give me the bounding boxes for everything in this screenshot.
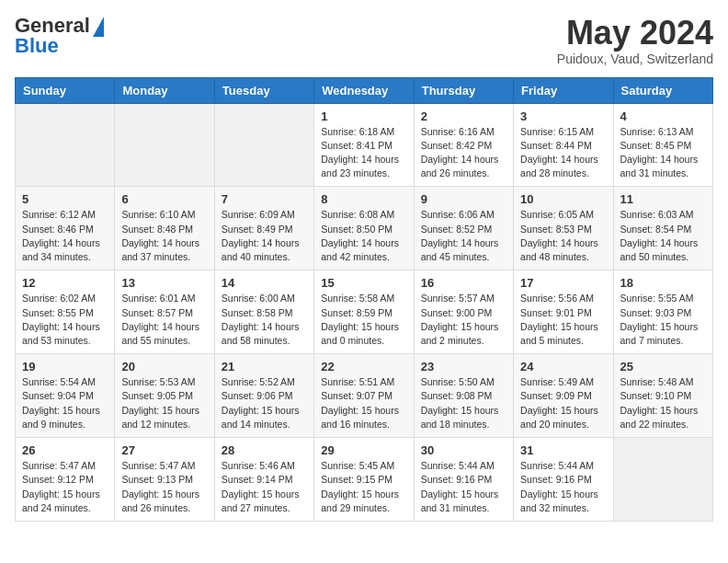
day-info: Sunrise: 5:44 AMSunset: 9:16 PMDaylight:…	[520, 459, 606, 515]
sunrise-text: Sunrise: 6:09 AM	[222, 209, 295, 220]
day-number: 31	[520, 443, 606, 457]
sunset-text: Sunset: 8:49 PM	[222, 224, 293, 235]
column-header-monday: Monday	[115, 77, 214, 103]
sunset-text: Sunset: 9:13 PM	[121, 474, 193, 485]
sunrise-text: Sunrise: 5:44 AM	[520, 460, 594, 471]
day-cell: 18Sunrise: 5:55 AMSunset: 9:03 PMDayligh…	[613, 270, 712, 354]
day-number: 28	[222, 443, 307, 457]
daylight-text: Daylight: 14 hours and 28 minutes.	[520, 154, 598, 178]
sunrise-text: Sunrise: 5:54 AM	[22, 376, 96, 387]
sunrise-text: Sunrise: 6:01 AM	[121, 293, 195, 304]
day-cell: 25Sunrise: 5:48 AMSunset: 9:10 PMDayligh…	[613, 354, 712, 438]
day-number: 26	[22, 443, 108, 457]
logo: General Blue	[15, 15, 104, 57]
day-cell: 1Sunrise: 6:18 AMSunset: 8:41 PMDaylight…	[314, 103, 414, 187]
sunset-text: Sunset: 9:03 PM	[620, 307, 692, 318]
day-info: Sunrise: 6:02 AMSunset: 8:55 PMDaylight:…	[22, 292, 108, 348]
daylight-text: Daylight: 14 hours and 42 minutes.	[321, 237, 399, 262]
sunrise-text: Sunrise: 6:12 AM	[22, 209, 96, 220]
day-info: Sunrise: 6:16 AMSunset: 8:42 PMDaylight:…	[421, 125, 506, 181]
sunset-text: Sunset: 8:54 PM	[620, 224, 692, 235]
day-cell: 2Sunrise: 6:16 AMSunset: 8:42 PMDaylight…	[414, 103, 513, 187]
sunrise-text: Sunrise: 5:51 AM	[321, 376, 394, 387]
daylight-text: Daylight: 15 hours and 12 minutes.	[121, 405, 199, 430]
day-info: Sunrise: 5:56 AMSunset: 9:01 PMDaylight:…	[520, 292, 606, 348]
sunrise-text: Sunrise: 5:48 AM	[620, 376, 694, 387]
day-info: Sunrise: 5:53 AMSunset: 9:05 PMDaylight:…	[121, 375, 207, 431]
day-number: 27	[121, 443, 207, 457]
day-number: 18	[620, 276, 706, 290]
day-cell: 23Sunrise: 5:50 AMSunset: 9:08 PMDayligh…	[414, 354, 513, 438]
sunset-text: Sunset: 8:46 PM	[22, 224, 94, 235]
sunset-text: Sunset: 8:52 PM	[421, 224, 493, 235]
week-row-2: 5Sunrise: 6:12 AMSunset: 8:46 PMDaylight…	[16, 187, 713, 270]
day-cell: 14Sunrise: 6:00 AMSunset: 8:58 PMDayligh…	[214, 270, 313, 354]
daylight-text: Daylight: 14 hours and 58 minutes.	[222, 321, 300, 346]
daylight-text: Daylight: 14 hours and 37 minutes.	[121, 237, 199, 262]
day-number: 1	[321, 109, 406, 123]
day-cell: 21Sunrise: 5:52 AMSunset: 9:06 PMDayligh…	[214, 354, 313, 438]
sunset-text: Sunset: 8:44 PM	[520, 140, 592, 151]
daylight-text: Daylight: 15 hours and 22 minutes.	[620, 405, 699, 430]
day-number: 22	[321, 360, 406, 373]
daylight-text: Daylight: 15 hours and 5 minutes.	[520, 321, 598, 346]
daylight-text: Daylight: 15 hours and 27 minutes.	[222, 488, 300, 513]
day-cell: 26Sunrise: 5:47 AMSunset: 9:12 PMDayligh…	[16, 438, 115, 522]
daylight-text: Daylight: 15 hours and 24 minutes.	[22, 488, 100, 513]
day-info: Sunrise: 5:48 AMSunset: 9:10 PMDaylight:…	[620, 375, 706, 431]
month-title: May 2024	[557, 15, 713, 52]
sunset-text: Sunset: 9:14 PM	[222, 474, 293, 485]
daylight-text: Daylight: 15 hours and 7 minutes.	[620, 321, 699, 346]
day-number: 17	[520, 276, 606, 290]
sunset-text: Sunset: 8:58 PM	[222, 307, 293, 318]
column-header-saturday: Saturday	[613, 77, 712, 103]
week-row-4: 19Sunrise: 5:54 AMSunset: 9:04 PMDayligh…	[16, 354, 713, 438]
day-info: Sunrise: 6:10 AMSunset: 8:48 PMDaylight:…	[121, 208, 207, 264]
day-number: 11	[620, 192, 706, 206]
sunrise-text: Sunrise: 5:46 AM	[222, 460, 295, 471]
sunset-text: Sunset: 9:04 PM	[22, 390, 94, 401]
day-number: 7	[222, 192, 307, 206]
day-info: Sunrise: 6:03 AMSunset: 8:54 PMDaylight:…	[620, 208, 706, 264]
day-cell: 16Sunrise: 5:57 AMSunset: 9:00 PMDayligh…	[414, 270, 513, 354]
daylight-text: Daylight: 14 hours and 26 minutes.	[421, 154, 499, 178]
daylight-text: Daylight: 15 hours and 2 minutes.	[421, 321, 499, 346]
week-row-5: 26Sunrise: 5:47 AMSunset: 9:12 PMDayligh…	[16, 438, 713, 522]
column-header-tuesday: Tuesday	[214, 77, 313, 103]
day-cell: 4Sunrise: 6:13 AMSunset: 8:45 PMDaylight…	[613, 103, 712, 187]
week-row-1: 1Sunrise: 6:18 AMSunset: 8:41 PMDaylight…	[16, 103, 713, 187]
day-cell: 22Sunrise: 5:51 AMSunset: 9:07 PMDayligh…	[314, 354, 414, 438]
sunset-text: Sunset: 9:15 PM	[321, 474, 392, 485]
week-row-3: 12Sunrise: 6:02 AMSunset: 8:55 PMDayligh…	[16, 270, 713, 354]
sunrise-text: Sunrise: 5:58 AM	[321, 293, 394, 304]
sunrise-text: Sunrise: 6:00 AM	[222, 293, 295, 304]
day-number: 8	[321, 192, 406, 206]
day-cell	[16, 103, 115, 187]
sunset-text: Sunset: 9:09 PM	[520, 390, 592, 401]
sunset-text: Sunset: 8:59 PM	[321, 307, 392, 318]
sunset-text: Sunset: 9:06 PM	[222, 390, 293, 401]
day-number: 23	[421, 360, 506, 373]
day-info: Sunrise: 5:44 AMSunset: 9:16 PMDaylight:…	[421, 459, 506, 515]
day-number: 4	[620, 109, 706, 123]
day-number: 20	[121, 360, 207, 373]
day-info: Sunrise: 5:55 AMSunset: 9:03 PMDaylight:…	[620, 292, 706, 348]
day-info: Sunrise: 6:00 AMSunset: 8:58 PMDaylight:…	[222, 292, 307, 348]
daylight-text: Daylight: 14 hours and 55 minutes.	[121, 321, 199, 346]
daylight-text: Daylight: 15 hours and 20 minutes.	[520, 405, 598, 430]
sunrise-text: Sunrise: 5:52 AM	[222, 376, 295, 387]
column-header-wednesday: Wednesday	[314, 77, 414, 103]
sunrise-text: Sunrise: 5:49 AM	[520, 376, 594, 387]
sunrise-text: Sunrise: 6:10 AM	[121, 209, 195, 220]
day-info: Sunrise: 5:51 AMSunset: 9:07 PMDaylight:…	[321, 375, 406, 431]
day-cell: 31Sunrise: 5:44 AMSunset: 9:16 PMDayligh…	[514, 438, 613, 522]
daylight-text: Daylight: 14 hours and 34 minutes.	[22, 237, 100, 262]
day-cell: 6Sunrise: 6:10 AMSunset: 8:48 PMDaylight…	[115, 187, 214, 270]
day-cell: 20Sunrise: 5:53 AMSunset: 9:05 PMDayligh…	[115, 354, 214, 438]
sunrise-text: Sunrise: 5:50 AM	[421, 376, 495, 387]
daylight-text: Daylight: 15 hours and 14 minutes.	[222, 405, 300, 430]
column-header-friday: Friday	[514, 77, 613, 103]
daylight-text: Daylight: 15 hours and 29 minutes.	[321, 488, 399, 513]
sunset-text: Sunset: 9:08 PM	[421, 390, 493, 401]
sunset-text: Sunset: 9:10 PM	[620, 390, 692, 401]
